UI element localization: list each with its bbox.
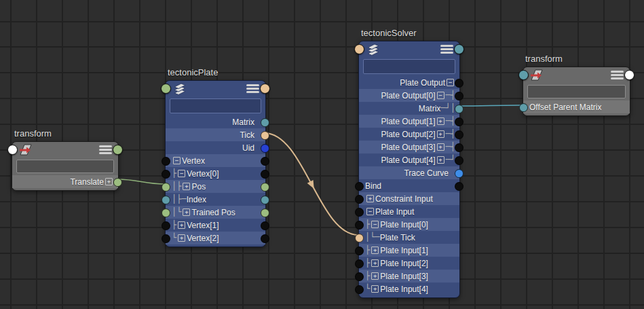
attribute-row[interactable]: +Constraint Input bbox=[359, 192, 459, 205]
attr-output-port[interactable] bbox=[455, 130, 463, 139]
attribute-row[interactable]: −Plate Input bbox=[359, 205, 459, 218]
header-output-plug[interactable] bbox=[624, 70, 634, 80]
attribute-row[interactable]: Plate Output[3]+─┤ bbox=[359, 141, 459, 153]
collapse-toggle-icon[interactable]: − bbox=[173, 157, 181, 164]
attribute-row[interactable]: ├+Plate Input[3] bbox=[359, 270, 459, 283]
attr-output-port[interactable] bbox=[261, 170, 269, 179]
attr-input-port[interactable] bbox=[162, 221, 170, 230]
expand-toggle-icon[interactable]: + bbox=[183, 183, 190, 190]
attribute-row[interactable]: ├+Plate Input[1] bbox=[359, 244, 459, 257]
attribute-row[interactable]: ├−Vertex[0] bbox=[166, 167, 265, 180]
expand-toggle-icon[interactable]: + bbox=[437, 117, 444, 125]
node-tectonicSolver[interactable]: tectonicSolverPlate Output−Plate Output[… bbox=[358, 41, 460, 298]
attribute-row[interactable]: Plate Output[4]+─┘ bbox=[359, 153, 459, 166]
attr-output-port[interactable] bbox=[455, 169, 463, 178]
header-input-plug[interactable] bbox=[354, 44, 364, 54]
attribute-row[interactable]: Tick bbox=[166, 128, 265, 141]
expand-toggle-icon[interactable]: + bbox=[371, 259, 379, 267]
attribute-row[interactable]: ├+Plate Input[2] bbox=[359, 257, 459, 270]
expand-toggle-icon[interactable]: + bbox=[437, 130, 444, 138]
node-header[interactable] bbox=[166, 81, 265, 96]
menu-icon[interactable] bbox=[611, 71, 624, 79]
attr-output-port[interactable] bbox=[261, 196, 269, 204]
collapse-toggle-icon[interactable]: − bbox=[366, 208, 374, 215]
attribute-row[interactable]: Offset Parent Matrix bbox=[523, 101, 630, 113]
attr-input-port[interactable] bbox=[162, 170, 170, 179]
attr-output-port[interactable] bbox=[455, 143, 463, 152]
menu-icon[interactable] bbox=[246, 84, 259, 93]
attr-input-port[interactable] bbox=[355, 221, 364, 230]
attribute-row[interactable]: Trace Curve bbox=[359, 166, 459, 179]
attr-output-port[interactable] bbox=[113, 178, 122, 187]
attr-output-port[interactable] bbox=[455, 92, 463, 101]
node-header[interactable] bbox=[359, 41, 459, 57]
attr-output-port[interactable] bbox=[455, 156, 463, 165]
connection-wire[interactable] bbox=[117, 179, 165, 184]
expand-toggle-icon[interactable]: + bbox=[371, 247, 379, 254]
attribute-row[interactable]: │└─Plate Tick bbox=[359, 231, 459, 244]
menu-icon[interactable] bbox=[99, 145, 112, 154]
attr-input-port[interactable] bbox=[355, 208, 364, 217]
attr-output-port[interactable] bbox=[261, 118, 269, 127]
attribute-row[interactable]: Plate Output[2]+─┤ bbox=[359, 128, 459, 141]
attr-input-port[interactable] bbox=[162, 234, 170, 243]
attribute-row[interactable]: │└+Trained Pos bbox=[166, 206, 265, 219]
expand-toggle-icon[interactable]: + bbox=[178, 221, 185, 229]
attr-output-port[interactable] bbox=[455, 117, 463, 126]
header-input-plug[interactable] bbox=[7, 145, 18, 155]
attr-input-port[interactable] bbox=[162, 208, 170, 217]
attr-output-port[interactable] bbox=[261, 144, 269, 153]
expand-toggle-icon[interactable]: + bbox=[371, 272, 379, 280]
attr-input-port[interactable] bbox=[355, 247, 364, 255]
attr-output-port[interactable] bbox=[261, 131, 269, 140]
connection-wire[interactable] bbox=[265, 133, 358, 235]
node-tectonicPlate[interactable]: tectonicPlateMatrixTickUid−Vertex├−Verte… bbox=[165, 80, 266, 247]
collapse-toggle-icon[interactable]: − bbox=[178, 170, 185, 177]
node-transform[interactable]: transformTranslate+ bbox=[12, 141, 119, 191]
attr-output-port[interactable] bbox=[261, 157, 269, 166]
attribute-row[interactable]: Translate+ bbox=[12, 175, 118, 188]
attribute-row[interactable]: ├−Plate Input[0] bbox=[359, 218, 459, 231]
attribute-row[interactable]: └+Plate Input[4] bbox=[359, 283, 459, 295]
expand-toggle-icon[interactable]: + bbox=[183, 208, 190, 216]
header-output-plug[interactable] bbox=[113, 145, 123, 155]
attr-input-port[interactable] bbox=[355, 259, 364, 268]
attr-output-port[interactable] bbox=[261, 234, 269, 243]
attr-input-port[interactable] bbox=[355, 272, 364, 281]
attribute-row[interactable]: −Vertex bbox=[166, 154, 265, 167]
attr-input-port[interactable] bbox=[519, 103, 528, 112]
attr-input-port[interactable] bbox=[355, 285, 364, 294]
attribute-row[interactable]: Plate Output[1]+─┤ bbox=[359, 115, 459, 128]
attribute-row[interactable]: │├─Index bbox=[166, 193, 265, 206]
header-output-plug[interactable] bbox=[260, 84, 270, 94]
header-input-plug[interactable] bbox=[518, 70, 529, 80]
expand-toggle-icon[interactable]: + bbox=[437, 156, 444, 164]
node-header[interactable] bbox=[523, 67, 630, 83]
attr-input-port[interactable] bbox=[355, 195, 364, 204]
collapse-toggle-icon[interactable]: − bbox=[371, 221, 379, 228]
node-editor-canvas[interactable]: transformTranslate+tectonicPlateMatrixTi… bbox=[0, 0, 644, 309]
attr-input-port[interactable] bbox=[355, 182, 364, 191]
attribute-row[interactable]: Matrix─┘│ bbox=[359, 102, 459, 115]
connection-wire[interactable] bbox=[459, 105, 521, 106]
attribute-row[interactable]: Uid bbox=[166, 141, 265, 154]
attr-input-port[interactable] bbox=[162, 157, 170, 166]
node-header[interactable] bbox=[12, 142, 118, 158]
node-transform[interactable]: transformOffset Parent Matrix bbox=[523, 67, 630, 116]
menu-icon[interactable] bbox=[440, 45, 453, 54]
expand-toggle-icon[interactable]: + bbox=[437, 143, 444, 151]
expand-toggle-icon[interactable]: + bbox=[371, 285, 379, 293]
attribute-row[interactable]: Plate Output− bbox=[359, 76, 459, 89]
expand-toggle-icon[interactable]: + bbox=[105, 178, 113, 185]
attribute-row[interactable]: Plate Output[0]−─┤ bbox=[359, 89, 459, 102]
expand-toggle-icon[interactable]: + bbox=[366, 195, 374, 202]
attr-input-port[interactable] bbox=[162, 183, 170, 192]
attr-output-port[interactable] bbox=[261, 183, 269, 192]
attr-output-port[interactable] bbox=[261, 221, 269, 230]
collapse-toggle-icon[interactable]: − bbox=[437, 92, 444, 99]
attr-output-port[interactable] bbox=[261, 208, 269, 217]
attr-input-port[interactable] bbox=[162, 196, 170, 204]
attr-output-port[interactable] bbox=[455, 182, 463, 191]
attribute-row[interactable]: Matrix bbox=[166, 115, 265, 128]
attr-output-port[interactable] bbox=[455, 105, 463, 113]
